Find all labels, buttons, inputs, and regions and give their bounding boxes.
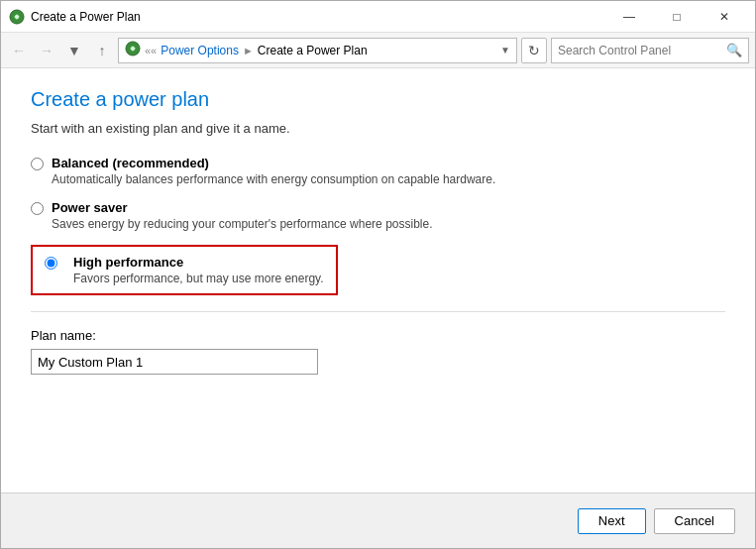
- refresh-button[interactable]: ↻: [521, 38, 547, 63]
- search-icon[interactable]: 🔍: [726, 43, 742, 57]
- breadcrumb-separator-1: ►: [243, 45, 254, 56]
- breadcrumb-bar: «« Power Options ► Create a Power Plan ▼: [118, 38, 517, 63]
- recent-locations-button[interactable]: ▼: [62, 39, 86, 62]
- radio-power-saver[interactable]: [31, 202, 44, 215]
- page-heading: Create a power plan: [31, 88, 725, 111]
- plan-label-high-performance[interactable]: High performance: [73, 255, 183, 270]
- breadcrumb-dropdown-icon[interactable]: ▼: [500, 45, 510, 55]
- plan-name-label: Plan name:: [31, 328, 725, 343]
- plan-name-section: Plan name:: [31, 328, 725, 375]
- high-performance-highlight-box: High performance Favors performance, but…: [31, 245, 338, 295]
- search-input[interactable]: [558, 44, 726, 57]
- plan-option-power-saver: Power saver Saves energy by reducing you…: [31, 200, 725, 231]
- breadcrumb-current: Create a Power Plan: [258, 44, 368, 57]
- plan-option-high-performance: High performance Favors performance, but…: [31, 245, 725, 295]
- radio-balanced[interactable]: [31, 158, 44, 170]
- plan-label-balanced[interactable]: Balanced (recommended): [52, 156, 209, 170]
- search-bar: 🔍: [551, 38, 749, 63]
- window-controls: — □ ✕: [606, 1, 747, 33]
- cancel-button[interactable]: Cancel: [654, 508, 735, 534]
- section-divider: [31, 311, 725, 312]
- svg-point-3: [131, 47, 135, 51]
- close-button[interactable]: ✕: [702, 1, 747, 33]
- breadcrumb-icon: [125, 41, 141, 59]
- window-title: Create a Power Plan: [31, 10, 606, 24]
- plan-desc-balanced: Automatically balances performance with …: [52, 172, 495, 186]
- plan-option-balanced: Balanced (recommended) Automatically bal…: [31, 156, 725, 186]
- title-bar: Create a Power Plan — □ ✕: [1, 1, 755, 33]
- back-button[interactable]: ←: [7, 39, 31, 62]
- radio-high-performance[interactable]: [45, 257, 57, 270]
- maximize-button[interactable]: □: [654, 1, 700, 33]
- next-button[interactable]: Next: [578, 508, 646, 534]
- main-content: Create a power plan Start with an existi…: [1, 68, 755, 493]
- window-icon: [9, 9, 25, 25]
- plan-name-input[interactable]: [31, 349, 318, 375]
- address-bar: ← → ▼ ↑ «« Power Options ► Create a Powe…: [1, 33, 755, 68]
- window: Create a Power Plan — □ ✕ ← → ▼ ↑ «« Pow…: [0, 0, 756, 549]
- footer: Next Cancel: [1, 493, 755, 548]
- plan-desc-power-saver: Saves energy by reducing your computer's…: [52, 217, 433, 231]
- page-subtitle: Start with an existing plan and give it …: [31, 121, 725, 136]
- minimize-button[interactable]: —: [606, 1, 652, 33]
- forward-button[interactable]: →: [35, 39, 58, 62]
- breadcrumb-separator-0: ««: [145, 45, 157, 56]
- breadcrumb-power-options[interactable]: Power Options: [161, 44, 239, 57]
- svg-point-1: [15, 15, 19, 19]
- up-button[interactable]: ↑: [90, 39, 114, 62]
- plan-desc-high-performance: Favors performance, but may use more ene…: [73, 272, 324, 285]
- plan-label-power-saver[interactable]: Power saver: [52, 200, 128, 215]
- content-area: Create a power plan Start with an existi…: [1, 68, 755, 548]
